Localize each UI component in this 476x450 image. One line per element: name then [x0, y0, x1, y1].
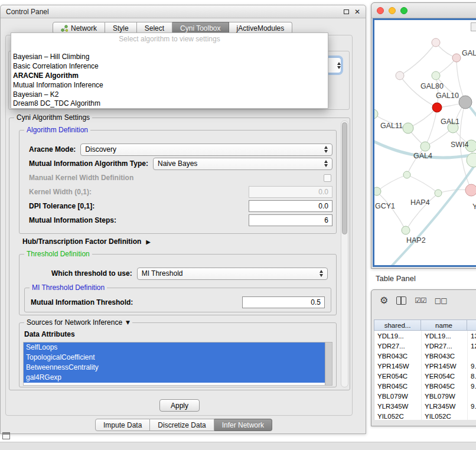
- zoom-button[interactable]: [400, 7, 407, 14]
- network-node[interactable]: [403, 123, 413, 133]
- data-attribute-gal4rgexp[interactable]: gal4RGexp: [24, 373, 325, 383]
- network-edge[interactable]: [377, 191, 406, 230]
- network-node[interactable]: [374, 187, 381, 195]
- table-cell: YDL19...: [374, 331, 422, 341]
- table-cell: YIL052C: [422, 411, 468, 420]
- mi-threshold-definition-group: MI Threshold Definition Mutual Informati…: [24, 288, 331, 312]
- table-row[interactable]: YPR145WYPR145W9.: [374, 361, 476, 371]
- bottom-status-strip: [0, 442, 476, 450]
- network-node[interactable]: [396, 71, 404, 80]
- manual-kernel-checkbox[interactable]: [324, 174, 331, 182]
- network-edge-highlighted[interactable]: [387, 164, 476, 267]
- bottom-tab-discretize-data[interactable]: Discretize Data: [150, 419, 214, 431]
- network-svg: GALGAL80GAL10GAL11GAL1SWI4GAL4GCY1HAP4HA…: [374, 20, 476, 267]
- network-window-titlebar[interactable]: [371, 3, 476, 18]
- network-node[interactable]: [452, 54, 461, 62]
- aracne-mode-select[interactable]: Discovery: [80, 144, 332, 156]
- sources-title[interactable]: Sources for Network Inference: [27, 318, 122, 327]
- network-node[interactable]: [432, 71, 440, 80]
- node-label: GCY1: [375, 202, 395, 210]
- table-row[interactable]: YDL19...YDL19...13: [374, 331, 476, 341]
- network-node[interactable]: [432, 38, 440, 47]
- select-all-columns-icon[interactable]: ☑☑: [415, 296, 426, 305]
- algorithm-option-aracne-algorithm[interactable]: ARACNE Algorithm: [11, 71, 328, 81]
- close-button[interactable]: [377, 7, 384, 14]
- table-cell: YBR043C: [374, 351, 422, 361]
- network-edge[interactable]: [407, 175, 438, 193]
- hub-tf-section-toggle[interactable]: Hub/Transcription Factor Definition ▶: [22, 237, 151, 246]
- table-cell: YBL079W: [374, 391, 422, 401]
- network-node[interactable]: [435, 190, 442, 197]
- apply-button[interactable]: Apply: [159, 399, 200, 412]
- table-row[interactable]: YER054CYER054C8.: [374, 371, 476, 381]
- network-node[interactable]: [459, 96, 472, 109]
- float-window-icon[interactable]: [344, 9, 349, 14]
- network-node[interactable]: [432, 103, 442, 112]
- show-columns-icon[interactable]: [396, 296, 406, 305]
- table-row[interactable]: YBL079WYBL079W: [374, 391, 476, 401]
- network-view-window: GALGAL80GAL10GAL11GAL1SWI4GAL4GCY1HAP4HA…: [371, 2, 476, 269]
- minimized-window-icon[interactable]: [2, 432, 10, 439]
- algorithm-option-bayesian-hill-climbing[interactable]: Bayesian – Hill Climbing: [11, 53, 328, 62]
- control-panel-titlebar[interactable]: Control Panel ✕: [1, 5, 366, 18]
- network-icon: [61, 25, 68, 32]
- mi-threshold-input[interactable]: 0.5: [242, 296, 325, 308]
- data-attribute-topologicalcoefficient[interactable]: TopologicalCoefficient: [24, 353, 325, 363]
- network-edge[interactable]: [377, 175, 407, 191]
- table-cell: YER054C: [422, 371, 468, 381]
- table-cell: YDR27...: [374, 341, 422, 351]
- network-edge[interactable]: [407, 146, 425, 175]
- unselect-all-columns-icon[interactable]: □□: [435, 296, 447, 305]
- aracne-mode-label: Aracne Mode:: [29, 145, 76, 154]
- mi-threshold-definition-title: MI Threshold Definition: [30, 283, 107, 292]
- tab-label: Network: [71, 24, 97, 32]
- tab-label: Infer Network: [222, 421, 264, 429]
- table-cell: YPR145W: [374, 361, 422, 371]
- table-cell: YBL079W: [422, 391, 468, 401]
- network-canvas[interactable]: GALGAL80GAL10GAL11GAL1SWI4GAL4GCY1HAP4HA…: [373, 18, 476, 267]
- table-row[interactable]: YIL052CYIL052C: [374, 411, 476, 420]
- table-header-name[interactable]: name: [421, 319, 467, 331]
- algorithm-option-basic-correlation-inference[interactable]: Basic Correlation Inference: [11, 62, 328, 71]
- table-cell: [468, 351, 476, 361]
- network-edge[interactable]: [400, 76, 437, 107]
- network-edge[interactable]: [400, 43, 436, 76]
- algorithm-option-mutual-information-inference[interactable]: Mutual Information Inference: [11, 81, 328, 90]
- network-scrollbar-button[interactable]: [471, 22, 476, 31]
- table-row[interactable]: YBR043CYBR043C: [374, 351, 476, 361]
- bottom-tab-impute-data[interactable]: Impute Data: [95, 419, 150, 431]
- network-node[interactable]: [374, 109, 378, 119]
- dpi-tolerance-label: DPI Tolerance [0,1]:: [29, 202, 94, 210]
- table-header-col2[interactable]: [467, 319, 476, 331]
- network-node[interactable]: [402, 226, 410, 234]
- algorithm-select-prompt: Select algorithm to view settings: [11, 35, 328, 43]
- algorithm-option-bayesian-k2[interactable]: Bayesian – K2: [11, 90, 328, 100]
- table-cell: YBR045C: [422, 381, 468, 391]
- settings-scrollbar[interactable]: [341, 120, 348, 387]
- mi-algorithm-type-select[interactable]: Naive Bayes: [153, 158, 332, 170]
- table-row[interactable]: YLR345WYLR345W9.: [374, 401, 476, 411]
- network-node[interactable]: [403, 171, 410, 178]
- data-attribute-selfloops[interactable]: SelfLoops: [24, 343, 325, 353]
- table-cell: YDR27...: [422, 341, 468, 351]
- algorithm-option-dream8-dc-tdc-algorithm[interactable]: Dream8 DC_TDC Algorithm: [11, 99, 328, 109]
- table-row[interactable]: YDR27...YDR27...12: [374, 341, 476, 351]
- mi-steps-input[interactable]: 6: [249, 214, 332, 226]
- network-node[interactable]: [465, 184, 476, 196]
- scrollbar-thumb[interactable]: [342, 122, 347, 234]
- table-settings-gear-icon[interactable]: ⚙: [380, 296, 388, 305]
- kernel-width-input: 0.0: [249, 186, 332, 198]
- data-attribute-betweennesscentrality[interactable]: BetweennessCentrality: [24, 363, 325, 373]
- threshold-type-select[interactable]: MI Threshold: [137, 268, 328, 280]
- cyni-algorithm-settings-group: Cyni Algorithm Settings Algorithm Defini…: [9, 118, 350, 390]
- close-window-icon[interactable]: ✕: [354, 8, 360, 15]
- minimize-button[interactable]: [389, 7, 396, 14]
- list-scrollbar[interactable]: [325, 343, 332, 385]
- table-header-shared[interactable]: shared...: [374, 319, 421, 331]
- collapse-arrow-icon[interactable]: ▼: [126, 318, 130, 327]
- bottom-tab-infer-network[interactable]: Infer Network: [214, 419, 272, 431]
- network-node[interactable]: [420, 142, 430, 151]
- table-row[interactable]: YBR045CYBR045C9.: [374, 381, 476, 391]
- dpi-tolerance-input[interactable]: 0.0: [249, 200, 332, 212]
- aracne-mode-value: Discovery: [85, 145, 116, 154]
